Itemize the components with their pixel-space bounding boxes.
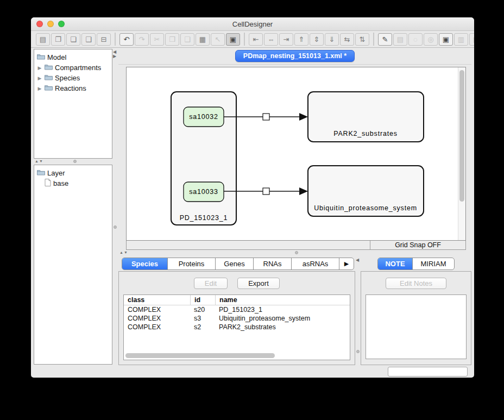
- title-bar[interactable]: CellDesigner: [31, 17, 474, 31]
- cell-id: s20: [190, 306, 215, 314]
- open-file-button[interactable]: ❐: [51, 33, 65, 46]
- column-header-class[interactable]: class: [124, 296, 190, 304]
- column-header-name[interactable]: name: [215, 295, 350, 305]
- species-node-sa10033[interactable]: sa10033: [184, 182, 224, 202]
- bottom-panels-splitter[interactable]: ◀: [355, 256, 361, 365]
- table-row[interactable]: COMPLEX s20 PD_151023_1: [124, 305, 350, 314]
- align-left-button[interactable]: ⇤: [249, 33, 263, 46]
- table-horizontal-scrollbar[interactable]: [125, 353, 275, 358]
- paint-component-button[interactable]: ✎: [378, 33, 392, 46]
- table-row[interactable]: COMPLEX s2 PARK2_substrates: [124, 323, 350, 331]
- notes-panel: NOTE MIRIAM Edit Notes: [361, 256, 471, 365]
- notes-list-button[interactable]: ▥: [454, 33, 468, 46]
- column-header-id[interactable]: id: [190, 295, 215, 305]
- tab-proteins[interactable]: Proteins: [168, 258, 216, 269]
- export-button[interactable]: Export: [237, 278, 280, 289]
- species-list-panel: Species Proteins Genes RNAs asRNAs ▶ Edi…: [118, 256, 355, 365]
- select-mode-button[interactable]: ↖: [211, 33, 225, 46]
- toolbar-separator: [244, 33, 245, 46]
- reduce-notation-button[interactable]: ◌: [408, 33, 423, 46]
- toolbar: ▤❐❏❑⊟↶↷✂❒❑▦↖▣⇤⇔⇥⇑⇕⇓⇆⇅✎▤◌◎▣▥▨❒: [31, 31, 474, 48]
- bottom-panel-splitter[interactable]: ▲▼: [118, 250, 471, 256]
- folder-icon: [37, 53, 45, 61]
- protein-notes-button[interactable]: ▨: [469, 33, 474, 46]
- notes-content-area: [366, 294, 467, 359]
- new-document-button[interactable]: ▤: [36, 33, 50, 46]
- expand-notation-button[interactable]: ◎: [424, 33, 438, 46]
- svg-text:PD_151023_1: PD_151023_1: [180, 214, 228, 222]
- tree-node-layer[interactable]: Layer: [34, 168, 112, 178]
- tree-node-label: Species: [55, 74, 80, 82]
- print-button[interactable]: ⊟: [97, 33, 111, 46]
- show-id-toggle-button[interactable]: ▣: [226, 33, 240, 46]
- status-text-field[interactable]: [388, 367, 468, 377]
- complex-node-ubiquitin-proteasome[interactable]: Ubiquitin_proteasome_system: [308, 166, 424, 216]
- tab-miriam[interactable]: MIRIAM: [413, 258, 454, 269]
- model-tree-panel: Model ▶ Compartments ▶ Species: [34, 49, 112, 159]
- tab-note[interactable]: NOTE: [378, 258, 413, 269]
- left-panel-splitter[interactable]: ▲▼: [34, 159, 112, 165]
- save-file-button[interactable]: ❏: [66, 33, 80, 46]
- undo-button[interactable]: ↶: [119, 33, 134, 46]
- save-as-file-button[interactable]: ❑: [81, 33, 96, 46]
- align-center-horizontal-button[interactable]: ⇔: [264, 33, 278, 46]
- diagram-canvas[interactable]: PD_151023_1 PARK2_substrates Ubiquitin_p…: [126, 67, 466, 241]
- splitter-collapse-icons[interactable]: ▲▼: [119, 250, 128, 254]
- table-row[interactable]: COMPLEX s3 Ubiquitin_proteasome_system: [124, 314, 350, 323]
- notes-tab-bar: NOTE MIRIAM: [361, 258, 471, 270]
- document-icon: [45, 179, 51, 188]
- document-tab[interactable]: PDmap_nesting_151013_1.xml *: [235, 50, 355, 62]
- grid-snap-button[interactable]: ▦: [196, 33, 210, 46]
- tree-node-species[interactable]: ▶ Species: [34, 73, 112, 83]
- expand-triangle-icon[interactable]: ▶: [37, 86, 42, 91]
- notes-buttons-row: Edit Notes: [361, 278, 471, 289]
- distribute-horizontal-button[interactable]: ⇆: [340, 33, 354, 46]
- main-area: Model ▶ Compartments ▶ Species: [31, 48, 474, 365]
- table-header-row: class id name: [124, 295, 350, 305]
- group-components-button[interactable]: ❒: [165, 33, 179, 46]
- cut-component-button[interactable]: ✂: [150, 33, 164, 46]
- traffic-lights: [31, 21, 65, 27]
- distribute-vertical-button[interactable]: ⇅: [355, 33, 369, 46]
- redo-button[interactable]: ↷: [135, 33, 149, 46]
- splitter-collapse-icons[interactable]: ▲▼: [35, 159, 43, 163]
- tab-rnas[interactable]: RNAs: [254, 258, 292, 269]
- show-notes-button[interactable]: ▣: [439, 33, 453, 46]
- layer-panel: Layer base: [34, 165, 112, 365]
- expand-triangle-icon[interactable]: ▶: [37, 76, 42, 81]
- canvas-vertical-scrollbar[interactable]: [458, 67, 465, 240]
- align-bottom-button[interactable]: ⇓: [325, 33, 339, 46]
- tree-node-model[interactable]: Model: [34, 52, 112, 62]
- tree-node-compartments[interactable]: ▶ Compartments: [34, 62, 112, 73]
- align-top-button[interactable]: ⇑: [294, 33, 308, 46]
- canvas-status-message-area: [126, 241, 370, 250]
- more-tabs-button[interactable]: ▶: [339, 258, 354, 269]
- tab-species[interactable]: Species: [122, 258, 168, 269]
- species-node-sa10032[interactable]: sa10032: [184, 107, 224, 127]
- splitter-collapse-icons[interactable]: ◀▶: [113, 50, 116, 59]
- close-button[interactable]: [36, 21, 43, 27]
- folder-icon: [45, 64, 53, 72]
- splitter-collapse-icons[interactable]: ◀: [356, 258, 359, 262]
- document-tab-bar: PDmap_nesting_151013_1.xml *: [118, 48, 471, 65]
- scrollbar-thumb[interactable]: [459, 70, 464, 202]
- svg-text:sa10033: sa10033: [189, 188, 218, 196]
- align-middle-vertical-button[interactable]: ⇕: [310, 33, 324, 46]
- tree-node-base-layer[interactable]: base: [34, 178, 112, 189]
- tab-asrnas[interactable]: asRNAs: [292, 258, 339, 269]
- complex-node-park2-substrates[interactable]: PARK2_substrates: [308, 92, 424, 142]
- minimize-button[interactable]: [47, 21, 54, 27]
- ungroup-components-button[interactable]: ❑: [180, 33, 194, 46]
- align-right-button[interactable]: ⇥: [279, 33, 293, 46]
- sidebar-splitter[interactable]: ◀▶: [112, 48, 118, 365]
- species-panel-body: Edit Export class id name COMPLEX s: [118, 271, 355, 365]
- zoom-button[interactable]: [58, 21, 65, 27]
- tab-genes[interactable]: Genes: [216, 258, 254, 269]
- component-list-button[interactable]: ▤: [393, 33, 407, 46]
- tree-node-reactions[interactable]: ▶ Reactions: [34, 83, 112, 93]
- edit-notes-button[interactable]: Edit Notes: [386, 278, 446, 289]
- toolbar-separator: [373, 33, 374, 46]
- expand-triangle-icon[interactable]: ▶: [37, 65, 42, 71]
- species-buttons-row: Edit Export: [119, 278, 355, 289]
- edit-button[interactable]: Edit: [194, 278, 228, 289]
